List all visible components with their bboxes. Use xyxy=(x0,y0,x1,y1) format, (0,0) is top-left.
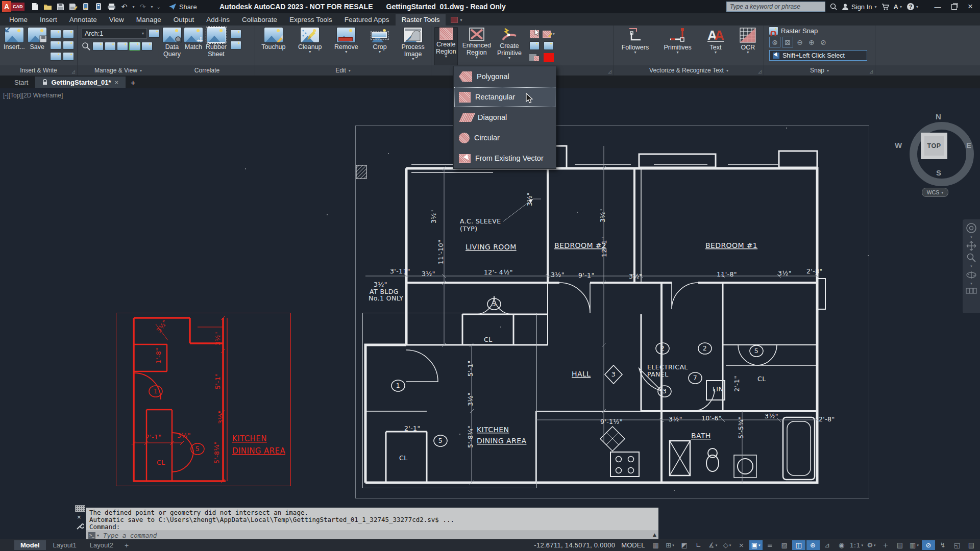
image-extents-icon[interactable] xyxy=(142,42,152,50)
snap-end-icon[interactable]: ⊖ xyxy=(795,37,805,47)
remove-button[interactable]: Remove ▾ xyxy=(333,27,360,66)
save-as-icon[interactable] xyxy=(69,2,78,11)
redo-icon[interactable]: ↷ xyxy=(138,2,148,11)
export-image-icon[interactable] xyxy=(51,30,61,38)
show-frames-icon[interactable] xyxy=(130,42,140,50)
snap-edge-icon[interactable]: ⊘ xyxy=(818,37,828,47)
new-file-icon[interactable] xyxy=(31,2,40,11)
minimize-button[interactable]: — xyxy=(930,1,945,13)
layout-tab-layout2[interactable]: Layout2 xyxy=(84,540,119,550)
osnap-tracking-toggle[interactable]: × xyxy=(735,540,748,550)
command-input[interactable]: >_ ▾ Type a command xyxy=(86,531,658,539)
world-file-icon[interactable] xyxy=(63,41,74,49)
isolate-objects-toggle[interactable]: ⊘ xyxy=(922,540,935,550)
grid-display-toggle[interactable]: ▦ xyxy=(649,540,663,550)
quick-properties-toggle[interactable]: ▤ xyxy=(893,540,906,550)
ribbon-tab-add-ins[interactable]: Add-ins xyxy=(200,14,236,26)
plot-icon[interactable] xyxy=(107,2,116,11)
open-from-mobile-icon[interactable] xyxy=(82,2,91,11)
lineweight-toggle[interactable]: ≡ xyxy=(764,540,777,550)
transparency-toggle[interactable]: ▨ xyxy=(778,540,791,550)
panel-label-edit[interactable]: Edit ▾ xyxy=(255,65,431,76)
create-region-button[interactable]: Create Region ▾ xyxy=(434,27,458,66)
command-scroll-up-icon[interactable]: ▲ xyxy=(653,532,656,537)
ocr-button[interactable]: OCR ▾ xyxy=(738,27,757,66)
close-tab-icon[interactable]: × xyxy=(115,79,119,86)
ribbon-tab-manage[interactable]: Manage xyxy=(130,14,167,26)
object-snap-toggle[interactable]: ▣▾ xyxy=(749,540,763,550)
search-icon[interactable] xyxy=(830,3,837,10)
cleanup-button[interactable]: Cleanup ▾ xyxy=(297,27,324,66)
panel-label-manage-view[interactable]: Manage & View ▾ xyxy=(78,65,159,76)
share-button[interactable]: Share xyxy=(168,3,197,11)
displace-image-icon[interactable] xyxy=(231,30,241,38)
process-image-button[interactable]: Process Image ▾ xyxy=(400,27,426,66)
polar-tracking-toggle[interactable]: ∡▾ xyxy=(706,540,720,550)
followers-button[interactable]: Followers ▾ xyxy=(620,27,651,66)
snap-intersection-icon[interactable]: ⊗ xyxy=(769,37,780,47)
annotation-monitor-toggle[interactable]: ◉ xyxy=(835,540,848,550)
autocad-logo[interactable]: A CAD xyxy=(2,1,24,12)
slideout-icon[interactable]: ◿ xyxy=(72,69,75,74)
lock-ui-toggle[interactable]: ▥▾ xyxy=(908,540,921,550)
show-motion-icon[interactable] xyxy=(966,287,977,295)
primitives-button[interactable]: Primitives ▾ xyxy=(662,27,693,66)
pan-icon[interactable] xyxy=(966,241,976,251)
transparency-toggle-icon[interactable] xyxy=(51,53,61,60)
ribbon-tab-annotate[interactable]: Annotate xyxy=(63,14,103,26)
shift-left-click-select-button[interactable]: Shift+Left Click Select xyxy=(769,50,867,61)
image-manager-icon[interactable] xyxy=(149,30,159,37)
merge-region-icon[interactable] xyxy=(530,42,539,49)
ribbon-tab-collaborate[interactable]: Collaborate xyxy=(236,14,283,26)
wcs-menu[interactable]: WCS ▾ xyxy=(922,188,948,197)
brightness-icon[interactable] xyxy=(93,42,103,50)
rubber-sheet-button[interactable]: Rubber Sheet xyxy=(204,27,228,66)
red-vector-plan[interactable]: KITCHENDINING AREACL3½"1'-8"3½"5'-1"3½"5… xyxy=(116,313,291,486)
viewport-controls[interactable]: [-][Top][2D Wireframe] xyxy=(3,92,63,99)
new-layout-button[interactable]: + xyxy=(120,541,133,549)
enhanced-region-button[interactable]: Enhanced Region ▾ xyxy=(461,27,493,66)
command-window-grip[interactable] xyxy=(75,505,85,512)
open-folder-icon[interactable] xyxy=(43,2,53,11)
slideout-icon[interactable]: ◿ xyxy=(608,69,611,74)
text-button[interactable]: AA Text ▾ xyxy=(705,27,726,66)
viewcube-north[interactable]: N xyxy=(936,112,941,121)
close-button[interactable]: × xyxy=(963,1,978,13)
save-icon[interactable] xyxy=(56,2,65,11)
help-icon[interactable]: ?▾ xyxy=(906,3,918,11)
edit-region-icon[interactable]: ▾ xyxy=(543,31,555,38)
ribbon-tab-output[interactable]: Output xyxy=(167,14,201,26)
embed-image-icon[interactable] xyxy=(51,41,61,49)
clean-screen-toggle[interactable]: ◱ xyxy=(950,540,964,550)
menu-item-polygonal[interactable]: Polygonal xyxy=(454,66,556,87)
selection-cycling-toggle[interactable]: ◫ xyxy=(792,540,805,550)
customization-toggle[interactable]: ▤ xyxy=(965,540,978,550)
viewcube-top-face[interactable]: TOP xyxy=(921,133,947,159)
coordinates-display[interactable]: -12.6711, 14.5071, 0.0000 xyxy=(534,541,615,549)
select-region-icon[interactable] xyxy=(530,30,539,38)
undo-icon[interactable]: ↶ xyxy=(120,2,129,11)
data-query-button[interactable]: Data Query xyxy=(161,27,183,66)
contrast-icon[interactable] xyxy=(105,42,115,50)
panel-label-insert-write[interactable]: Insert & Write ◿ xyxy=(0,65,77,76)
capture-image-icon[interactable] xyxy=(63,53,74,60)
menu-item-circular[interactable]: Circular xyxy=(454,128,556,148)
zoom-icon[interactable] xyxy=(966,253,976,263)
ribbon-tab-view[interactable]: View xyxy=(103,14,130,26)
slideout-icon[interactable]: ◿ xyxy=(758,69,762,74)
annotation-scale-toggle[interactable]: 1:1▾ xyxy=(849,540,864,550)
model-space-button[interactable]: MODEL xyxy=(621,541,645,549)
graphics-performance-toggle[interactable]: ↯ xyxy=(936,540,949,550)
separate-region-icon[interactable] xyxy=(544,42,553,49)
save-image-button[interactable]: Save xyxy=(27,27,48,66)
zoom-image-icon[interactable] xyxy=(82,42,91,51)
menu-item-rectangular[interactable]: Rectangular xyxy=(454,87,556,107)
slideout-icon[interactable]: ◿ xyxy=(870,69,873,74)
snap-mode-toggle[interactable]: ⊞▾ xyxy=(664,540,677,550)
viewcube-east[interactable]: E xyxy=(966,141,971,149)
panel-label-vectorize[interactable]: Vectorize & Recognize Text ▾ ◿ xyxy=(614,65,764,76)
undo-caret-icon[interactable]: ▾ xyxy=(133,5,135,9)
mask-region-icon[interactable] xyxy=(529,54,539,61)
ribbon-tab-raster-tools[interactable]: Raster Tools xyxy=(396,14,446,26)
panel-label-snap[interactable]: Snap ▾ ◿ xyxy=(764,65,875,76)
